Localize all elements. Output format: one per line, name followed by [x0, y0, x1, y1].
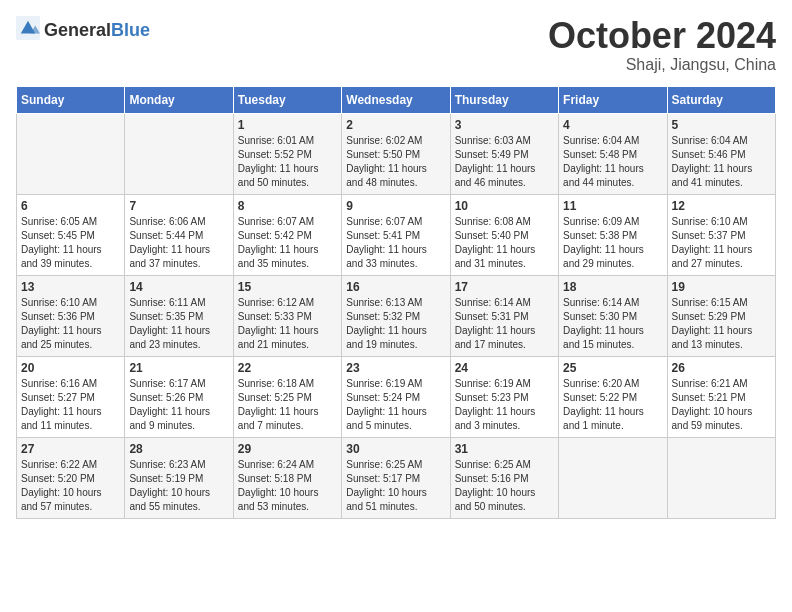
day-number: 10 — [455, 199, 554, 213]
day-number: 9 — [346, 199, 445, 213]
calendar-cell: 6Sunrise: 6:05 AMSunset: 5:45 PMDaylight… — [17, 194, 125, 275]
day-info: Sunrise: 6:12 AMSunset: 5:33 PMDaylight:… — [238, 296, 337, 352]
day-info: Sunrise: 6:11 AMSunset: 5:35 PMDaylight:… — [129, 296, 228, 352]
day-info: Sunrise: 6:23 AMSunset: 5:19 PMDaylight:… — [129, 458, 228, 514]
calendar-cell: 24Sunrise: 6:19 AMSunset: 5:23 PMDayligh… — [450, 356, 558, 437]
day-number: 29 — [238, 442, 337, 456]
day-info: Sunrise: 6:06 AMSunset: 5:44 PMDaylight:… — [129, 215, 228, 271]
calendar-cell: 9Sunrise: 6:07 AMSunset: 5:41 PMDaylight… — [342, 194, 450, 275]
day-of-week-header: Wednesday — [342, 86, 450, 113]
calendar-week-row: 27Sunrise: 6:22 AMSunset: 5:20 PMDayligh… — [17, 437, 776, 518]
calendar-cell: 1Sunrise: 6:01 AMSunset: 5:52 PMDaylight… — [233, 113, 341, 194]
day-of-week-header: Saturday — [667, 86, 775, 113]
logo-text: GeneralBlue — [44, 21, 150, 40]
day-number: 12 — [672, 199, 771, 213]
calendar-cell: 26Sunrise: 6:21 AMSunset: 5:21 PMDayligh… — [667, 356, 775, 437]
day-number: 21 — [129, 361, 228, 375]
calendar-header-row: SundayMondayTuesdayWednesdayThursdayFrid… — [17, 86, 776, 113]
day-number: 18 — [563, 280, 662, 294]
calendar-cell: 10Sunrise: 6:08 AMSunset: 5:40 PMDayligh… — [450, 194, 558, 275]
day-of-week-header: Friday — [559, 86, 667, 113]
day-number: 31 — [455, 442, 554, 456]
day-number: 19 — [672, 280, 771, 294]
calendar-cell: 31Sunrise: 6:25 AMSunset: 5:16 PMDayligh… — [450, 437, 558, 518]
calendar-cell: 17Sunrise: 6:14 AMSunset: 5:31 PMDayligh… — [450, 275, 558, 356]
day-info: Sunrise: 6:19 AMSunset: 5:23 PMDaylight:… — [455, 377, 554, 433]
day-info: Sunrise: 6:13 AMSunset: 5:32 PMDaylight:… — [346, 296, 445, 352]
day-info: Sunrise: 6:14 AMSunset: 5:30 PMDaylight:… — [563, 296, 662, 352]
day-number: 4 — [563, 118, 662, 132]
calendar-cell: 8Sunrise: 6:07 AMSunset: 5:42 PMDaylight… — [233, 194, 341, 275]
day-info: Sunrise: 6:04 AMSunset: 5:48 PMDaylight:… — [563, 134, 662, 190]
day-info: Sunrise: 6:24 AMSunset: 5:18 PMDaylight:… — [238, 458, 337, 514]
day-info: Sunrise: 6:07 AMSunset: 5:41 PMDaylight:… — [346, 215, 445, 271]
day-info: Sunrise: 6:14 AMSunset: 5:31 PMDaylight:… — [455, 296, 554, 352]
day-of-week-header: Thursday — [450, 86, 558, 113]
calendar-cell: 2Sunrise: 6:02 AMSunset: 5:50 PMDaylight… — [342, 113, 450, 194]
calendar-cell — [559, 437, 667, 518]
day-info: Sunrise: 6:21 AMSunset: 5:21 PMDaylight:… — [672, 377, 771, 433]
day-info: Sunrise: 6:05 AMSunset: 5:45 PMDaylight:… — [21, 215, 120, 271]
day-of-week-header: Sunday — [17, 86, 125, 113]
day-number: 14 — [129, 280, 228, 294]
calendar-cell: 27Sunrise: 6:22 AMSunset: 5:20 PMDayligh… — [17, 437, 125, 518]
calendar-cell: 21Sunrise: 6:17 AMSunset: 5:26 PMDayligh… — [125, 356, 233, 437]
day-info: Sunrise: 6:02 AMSunset: 5:50 PMDaylight:… — [346, 134, 445, 190]
calendar-week-row: 1Sunrise: 6:01 AMSunset: 5:52 PMDaylight… — [17, 113, 776, 194]
calendar-table: SundayMondayTuesdayWednesdayThursdayFrid… — [16, 86, 776, 519]
calendar-cell — [667, 437, 775, 518]
day-info: Sunrise: 6:19 AMSunset: 5:24 PMDaylight:… — [346, 377, 445, 433]
calendar-cell: 29Sunrise: 6:24 AMSunset: 5:18 PMDayligh… — [233, 437, 341, 518]
day-number: 24 — [455, 361, 554, 375]
day-info: Sunrise: 6:10 AMSunset: 5:36 PMDaylight:… — [21, 296, 120, 352]
day-number: 26 — [672, 361, 771, 375]
day-number: 22 — [238, 361, 337, 375]
calendar-cell: 16Sunrise: 6:13 AMSunset: 5:32 PMDayligh… — [342, 275, 450, 356]
day-of-week-header: Tuesday — [233, 86, 341, 113]
day-number: 8 — [238, 199, 337, 213]
calendar-cell: 11Sunrise: 6:09 AMSunset: 5:38 PMDayligh… — [559, 194, 667, 275]
calendar-body: 1Sunrise: 6:01 AMSunset: 5:52 PMDaylight… — [17, 113, 776, 518]
day-info: Sunrise: 6:03 AMSunset: 5:49 PMDaylight:… — [455, 134, 554, 190]
day-info: Sunrise: 6:09 AMSunset: 5:38 PMDaylight:… — [563, 215, 662, 271]
day-info: Sunrise: 6:20 AMSunset: 5:22 PMDaylight:… — [563, 377, 662, 433]
day-number: 11 — [563, 199, 662, 213]
day-info: Sunrise: 6:04 AMSunset: 5:46 PMDaylight:… — [672, 134, 771, 190]
day-info: Sunrise: 6:10 AMSunset: 5:37 PMDaylight:… — [672, 215, 771, 271]
header: GeneralBlue October 2024 Shaji, Jiangsu,… — [16, 16, 776, 74]
day-number: 6 — [21, 199, 120, 213]
calendar-cell — [17, 113, 125, 194]
logo-general: General — [44, 20, 111, 40]
day-info: Sunrise: 6:22 AMSunset: 5:20 PMDaylight:… — [21, 458, 120, 514]
logo-blue: Blue — [111, 20, 150, 40]
calendar-cell: 30Sunrise: 6:25 AMSunset: 5:17 PMDayligh… — [342, 437, 450, 518]
day-number: 13 — [21, 280, 120, 294]
day-info: Sunrise: 6:07 AMSunset: 5:42 PMDaylight:… — [238, 215, 337, 271]
calendar-cell: 23Sunrise: 6:19 AMSunset: 5:24 PMDayligh… — [342, 356, 450, 437]
logo-icon — [16, 16, 40, 44]
calendar-cell: 5Sunrise: 6:04 AMSunset: 5:46 PMDaylight… — [667, 113, 775, 194]
calendar-cell: 7Sunrise: 6:06 AMSunset: 5:44 PMDaylight… — [125, 194, 233, 275]
day-info: Sunrise: 6:18 AMSunset: 5:25 PMDaylight:… — [238, 377, 337, 433]
day-number: 3 — [455, 118, 554, 132]
day-number: 17 — [455, 280, 554, 294]
day-number: 30 — [346, 442, 445, 456]
month-title: October 2024 — [548, 16, 776, 56]
calendar-cell: 12Sunrise: 6:10 AMSunset: 5:37 PMDayligh… — [667, 194, 775, 275]
day-info: Sunrise: 6:15 AMSunset: 5:29 PMDaylight:… — [672, 296, 771, 352]
logo: GeneralBlue — [16, 16, 150, 44]
calendar-cell: 15Sunrise: 6:12 AMSunset: 5:33 PMDayligh… — [233, 275, 341, 356]
calendar-cell: 18Sunrise: 6:14 AMSunset: 5:30 PMDayligh… — [559, 275, 667, 356]
day-number: 28 — [129, 442, 228, 456]
calendar-cell — [125, 113, 233, 194]
calendar-week-row: 6Sunrise: 6:05 AMSunset: 5:45 PMDaylight… — [17, 194, 776, 275]
day-info: Sunrise: 6:25 AMSunset: 5:16 PMDaylight:… — [455, 458, 554, 514]
day-info: Sunrise: 6:16 AMSunset: 5:27 PMDaylight:… — [21, 377, 120, 433]
calendar-cell: 19Sunrise: 6:15 AMSunset: 5:29 PMDayligh… — [667, 275, 775, 356]
day-number: 23 — [346, 361, 445, 375]
calendar-week-row: 13Sunrise: 6:10 AMSunset: 5:36 PMDayligh… — [17, 275, 776, 356]
day-number: 2 — [346, 118, 445, 132]
day-info: Sunrise: 6:01 AMSunset: 5:52 PMDaylight:… — [238, 134, 337, 190]
day-number: 16 — [346, 280, 445, 294]
calendar-cell: 3Sunrise: 6:03 AMSunset: 5:49 PMDaylight… — [450, 113, 558, 194]
